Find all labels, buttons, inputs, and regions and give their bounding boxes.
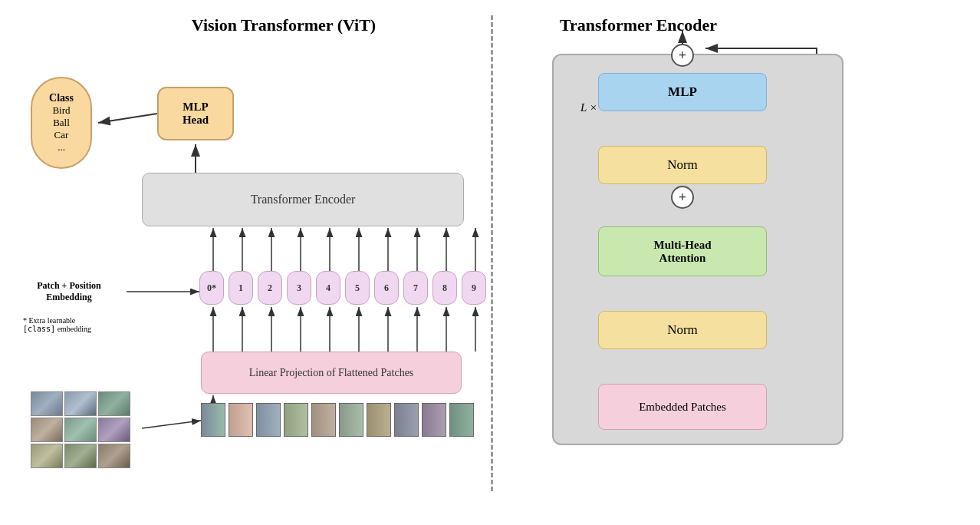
enc-mlp-label: MLP xyxy=(668,84,697,100)
token-7: 7 xyxy=(403,271,428,305)
patch-pos-label: Patch + PositionEmbedding xyxy=(23,280,115,303)
token-1: 1 xyxy=(229,271,253,305)
linear-proj-label: Linear Projection of Flattened Patches xyxy=(249,367,414,379)
l-times-label: L × xyxy=(580,101,597,114)
enc-norm1-label: Norm xyxy=(667,157,698,173)
plus-top-label: + xyxy=(679,48,686,64)
tokens-row: 0* 1 2 3 4 5 6 7 8 9 xyxy=(199,271,486,305)
embedded-patches-row xyxy=(201,403,474,437)
patch-3 xyxy=(31,418,63,442)
source-image-grid xyxy=(31,391,130,468)
token-0: 0* xyxy=(199,271,224,305)
vit-title: Vision Transformer (ViT) xyxy=(69,15,498,35)
transformer-encoder-box: Transformer Encoder xyxy=(142,173,464,226)
enc-norm2-label: Norm xyxy=(667,322,698,338)
emb-patch-5 xyxy=(339,403,363,437)
patch-0 xyxy=(31,391,63,416)
main-diagram: Vision Transformer (ViT) xyxy=(0,0,980,525)
embedded-patches-box: Embedded Patches xyxy=(598,384,767,430)
emb-patch-1 xyxy=(229,403,253,437)
enc-norm1-box: Norm xyxy=(598,146,767,184)
token-9: 9 xyxy=(462,271,486,305)
emb-patch-9 xyxy=(449,403,474,437)
embedded-patches-label: Embedded Patches xyxy=(639,401,726,414)
svg-line-25 xyxy=(142,421,201,428)
encoder-detail-section: Transformer Encoder xyxy=(537,15,959,510)
emb-patch-0 xyxy=(201,403,225,437)
class-bird: Bird xyxy=(52,104,70,117)
patch-7 xyxy=(64,444,97,468)
class-label: Class xyxy=(49,92,74,104)
class-etc: ... xyxy=(58,141,65,154)
emb-patch-6 xyxy=(367,403,391,437)
patch-2 xyxy=(98,391,130,416)
mlp-head-label: MLP Head xyxy=(183,101,209,127)
linear-proj-box: Linear Projection of Flattened Patches xyxy=(201,352,462,394)
section-divider xyxy=(491,15,493,491)
patch-1 xyxy=(64,391,97,416)
transformer-encoder-label: Transformer Encoder xyxy=(251,193,356,206)
enc-mlp-box: MLP xyxy=(598,73,767,111)
token-6: 6 xyxy=(374,271,399,305)
patch-8 xyxy=(98,444,130,468)
patch-4 xyxy=(64,418,97,442)
emb-patch-7 xyxy=(394,403,419,437)
patch-6 xyxy=(31,444,63,468)
svg-line-2 xyxy=(98,114,157,123)
token-8: 8 xyxy=(432,271,457,305)
vit-section: Vision Transformer (ViT) xyxy=(8,15,498,510)
enc-attn-label: Multi-HeadAttention xyxy=(654,239,712,265)
mlp-head-box: MLP Head xyxy=(157,87,234,140)
class-car: Car xyxy=(54,129,69,141)
patch-pos-text: Patch + PositionEmbedding xyxy=(37,280,101,302)
token-4: 4 xyxy=(316,271,340,305)
emb-patch-3 xyxy=(284,403,308,437)
token-3: 3 xyxy=(287,271,311,305)
encoder-title: Transformer Encoder xyxy=(560,15,959,35)
extra-note-text: * Extra learnable[class] embedding xyxy=(23,316,91,333)
plus-circle-middle: + xyxy=(671,186,694,209)
class-ball: Ball xyxy=(53,117,70,129)
plus-mid-label: + xyxy=(679,190,686,206)
emb-patch-2 xyxy=(256,403,281,437)
token-5: 5 xyxy=(345,271,370,305)
enc-norm2-box: Norm xyxy=(598,311,767,349)
plus-circle-top: + xyxy=(671,44,694,67)
token-2: 2 xyxy=(258,271,282,305)
class-output-box: Class Bird Ball Car ... xyxy=(31,77,92,169)
emb-patch-8 xyxy=(422,403,446,437)
enc-attn-box: Multi-HeadAttention xyxy=(598,226,767,276)
extra-note: * Extra learnable[class] embedding xyxy=(23,316,123,333)
patch-5 xyxy=(98,418,130,442)
emb-patch-4 xyxy=(311,403,336,437)
